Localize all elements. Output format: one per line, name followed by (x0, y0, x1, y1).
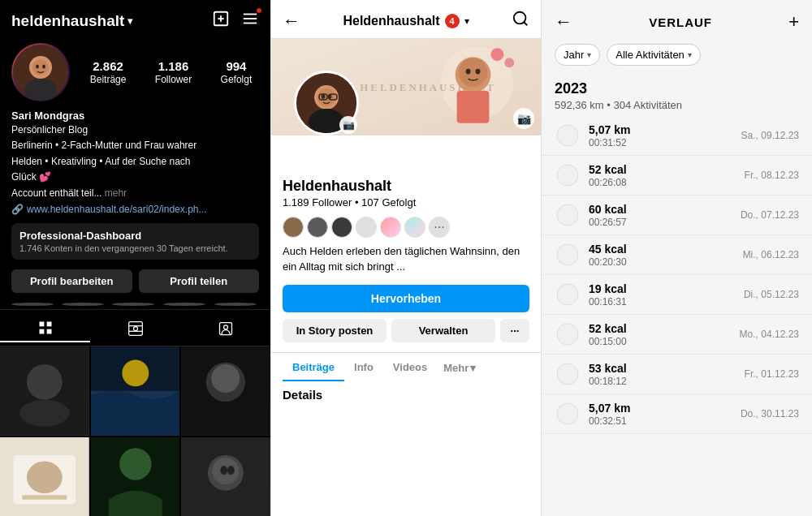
followers-stat[interactable]: 1.186 Follower (155, 59, 192, 85)
tab-info[interactable]: Info (344, 353, 383, 381)
activity-date-3: Do., 07.12.23 (741, 209, 799, 221)
activity-info-2: 52 kcal 00:26:08 (589, 163, 736, 188)
activity-row-6[interactable]: 🚶 52 kcal 00:15:00 Mo., 04.12.23 (542, 315, 812, 355)
highlight-button[interactable]: Hervorheben (283, 285, 529, 312)
display-name: Sari Mondgras (0, 105, 270, 123)
bio-more-link[interactable]: mehr (105, 187, 127, 199)
grid-photo-6[interactable] (181, 437, 270, 516)
profile-avatar[interactable]: 📷 (294, 71, 359, 135)
year-filter[interactable]: Jahr ▾ (555, 44, 600, 66)
grid-photo-1[interactable] (0, 346, 89, 436)
panel2-header: ← Heldenhaushalt 4 ▾ (271, 0, 541, 38)
activity-sub-6: 00:15:00 (589, 336, 732, 347)
profile-info: Heldenhaushalt 1.189 Follower • 107 Gefo… (271, 171, 541, 212)
bio-line2: Helden • Kreativling • Auf der Suche nac… (0, 155, 270, 170)
activity-main-8: 5,07 km (589, 402, 732, 415)
svg-point-69 (557, 244, 578, 265)
activity-icon-6: 🚶 (555, 321, 581, 347)
tab-mehr[interactable]: Mehr ▾ (437, 353, 482, 381)
tab-reels[interactable] (90, 315, 180, 342)
activities-filter-label: Alle Aktivitäten (615, 49, 685, 61)
bio-category: Persönlicher Blog (0, 123, 270, 139)
grid-photo-3[interactable] (181, 346, 270, 436)
year-label: 2023 (555, 80, 799, 97)
story-avatar-4[interactable] (356, 217, 377, 238)
svg-point-10 (36, 65, 39, 69)
avatar[interactable] (11, 43, 70, 101)
following-count: 107 (361, 196, 379, 209)
profile-row: 2.862 Beiträge 1.186 Follower 994 Gefolg… (0, 38, 270, 105)
activity-row-4[interactable]: 🚶 45 kcal 00:20:30 Mi., 06.12.23 (542, 235, 812, 275)
add-post-icon[interactable] (212, 10, 230, 32)
following-stat[interactable]: 994 Gefolgt (221, 59, 253, 85)
story-avatar-6[interactable] (404, 217, 425, 238)
followers-count: 1.189 (283, 196, 309, 209)
year-chevron-icon: ▾ (587, 50, 591, 59)
svg-rect-14 (39, 329, 44, 334)
bio-line3: Glück 💕 (0, 170, 270, 186)
cover-camera-icon[interactable]: 📷 (513, 108, 534, 129)
activity-row-2[interactable]: 🚶 52 kcal 00:26:08 Fr., 08.12.23 (542, 156, 812, 196)
more-options-button[interactable]: ··· (500, 319, 529, 342)
avatar-camera-icon[interactable]: 📷 (339, 116, 357, 134)
activity-info-1: 5,07 km 00:31:52 (589, 123, 733, 148)
page-title: Heldenhaushalt (343, 14, 439, 28)
activity-main-7: 53 kcal (589, 362, 736, 375)
tab-tagged[interactable] (180, 315, 270, 342)
story-avatar-1[interactable] (283, 217, 304, 238)
tab-grid[interactable] (0, 315, 90, 342)
avatar-section: 📷 (271, 135, 541, 171)
tab-beitraege[interactable]: Beiträge (283, 353, 344, 381)
story-avatar-5[interactable] (380, 217, 401, 238)
grid-photo-2[interactable] (91, 346, 180, 436)
activity-icon-3: 🚶 (555, 202, 581, 228)
activity-row-8[interactable]: 🏃 5,07 km 00:32:51 Do., 30.11.23 (542, 394, 812, 434)
stories-row: 🏰 Disneyland 🏃 Das Laufen 👩 Das ist Sari… (0, 299, 270, 309)
activity-main-1: 5,07 km (589, 123, 733, 136)
manage-button[interactable]: Verwalten (391, 319, 495, 342)
activities-filter[interactable]: Alle Aktivitäten ▾ (607, 44, 701, 66)
grid-photo-4[interactable] (0, 437, 89, 516)
year-filter-label: Jahr (564, 49, 584, 61)
activity-row-7[interactable]: 🚶 53 kcal 00:18:12 Fr., 01.12.23 (542, 355, 812, 394)
content-tabs (0, 309, 270, 346)
story-avatar-3[interactable] (331, 217, 352, 238)
edit-profile-button[interactable]: Profil bearbeiten (11, 269, 132, 293)
grid-photo-5[interactable] (91, 437, 180, 516)
activity-info-7: 53 kcal 00:18:12 (589, 362, 736, 387)
add-activity-button[interactable]: + (788, 11, 799, 32)
back-button[interactable]: ← (283, 11, 300, 32)
story-post-button[interactable]: In Story posten (283, 319, 387, 342)
panel1-header: heldenhaushalt ▾ (0, 0, 270, 38)
share-profile-button[interactable]: Profil teilen (139, 269, 260, 293)
more-avatars-button[interactable]: ··· (429, 217, 450, 238)
activity-row-5[interactable]: 🚶 19 kcal 00:16:31 Di., 05.12.23 (542, 275, 812, 315)
instagram-light-panel: ← Heldenhaushalt 4 ▾ (270, 0, 542, 516)
dashboard-subtitle: 1.746 Konten in den vergangenen 30 Tagen… (19, 243, 251, 253)
stats-row: 2.862 Beiträge 1.186 Follower 994 Gefolg… (83, 59, 259, 85)
professional-dashboard[interactable]: Professional-Dashboard 1.746 Konten in d… (11, 223, 259, 260)
activity-date-6: Mo., 04.12.23 (740, 329, 799, 340)
activity-sub-4: 00:20:30 (589, 256, 735, 268)
activity-row-1[interactable]: 🏃 5,07 km 00:31:52 Sa., 09.12.23 (542, 116, 812, 156)
profile-action-buttons: Profil bearbeiten Profil teilen (0, 263, 270, 299)
story-avatar-2[interactable] (307, 217, 328, 238)
back-button[interactable]: ← (555, 11, 572, 32)
svg-point-50 (459, 58, 488, 87)
activity-icon-5: 🚶 (555, 282, 581, 307)
menu-icon[interactable] (241, 10, 259, 32)
search-icon[interactable] (512, 10, 529, 32)
tab-videos[interactable]: Videos (383, 353, 437, 381)
chevron-down-icon: ▾ (127, 15, 132, 27)
page-title: VERLAUF (649, 15, 712, 29)
svg-point-75 (557, 363, 578, 385)
activity-date-7: Fr., 01.12.23 (745, 368, 799, 380)
activity-row-3[interactable]: 🚶 60 kcal 00:26:57 Do., 07.12.23 (542, 196, 812, 235)
link-icon: 🔗 (11, 204, 24, 215)
year-header: 2023 592,36 km • 304 Aktivitäten (542, 74, 812, 113)
bio-more-row: Account enthält teil... mehr (0, 187, 270, 202)
posts-stat[interactable]: 2.862 Beiträge (90, 59, 127, 85)
profile-link[interactable]: 🔗 www.heldenhaushalt.de/sari02/index.ph.… (0, 202, 270, 220)
username-row[interactable]: heldenhaushalt ▾ (11, 12, 132, 30)
activity-date-8: Do., 30.11.23 (741, 408, 799, 419)
